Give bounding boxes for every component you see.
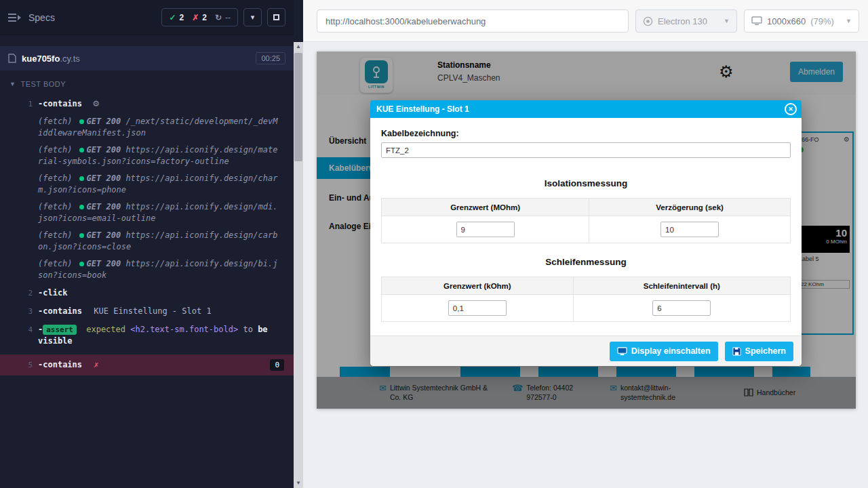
command-number: 3 [19, 306, 33, 317]
command-click[interactable]: 2 -click [0, 284, 294, 302]
fetch-url: https://api.iconify.design/bi.json?icons… [38, 259, 277, 280]
fetch-log-row[interactable]: (fetch)GET 200 https://api.iconify.desig… [0, 199, 294, 227]
success-dot-icon [79, 148, 84, 152]
loop-col-interval: Schleifenintervall (h) [573, 277, 790, 295]
fetch-status: GET 200 [87, 259, 121, 268]
fetch-status: GET 200 [87, 230, 121, 240]
fail-x-icon: ✗ [94, 360, 98, 369]
loop-table: Grenzwert (kOhm) Schleifenintervall (h) [381, 277, 791, 322]
fetch-log-row[interactable]: (fetch)GET 200 /_next/static/development… [0, 113, 294, 142]
browser-select[interactable]: Electron 130 ▼ [635, 9, 737, 33]
fetch-label: (fetch) [38, 117, 73, 126]
test-body-section[interactable]: ▼ TEST BODY [0, 76, 294, 92]
spec-name: kue705fo.cy.ts [22, 54, 80, 64]
isolation-heading: Isolationsmessung [381, 178, 791, 188]
fetch-log-row[interactable]: (fetch)GET 200 https://api.iconify.desig… [0, 170, 294, 199]
loop-limit-input[interactable] [448, 300, 507, 316]
success-dot-icon [79, 176, 84, 181]
caret-down-icon: ▼ [9, 81, 16, 87]
command-log: 1 -contains ⚙ (fetch)GET 200 /_next/stat… [0, 95, 294, 488]
modal-header: KUE Einstellung - Slot 1 ✕ [370, 100, 802, 118]
reporter-header: Specs ✓2 ✗2 ↻-- ▾ [0, 0, 294, 35]
fetch-log-row[interactable]: (fetch)GET 200 https://api.iconify.desig… [0, 256, 294, 284]
command-name: -click [38, 288, 67, 298]
command-contains-1[interactable]: 1 -contains ⚙ [0, 95, 294, 113]
display-on-label: Display einschalten [631, 346, 711, 356]
table-cell [589, 216, 791, 243]
command-number: 1 [19, 98, 33, 110]
success-dot-icon [79, 119, 84, 124]
modal-footer: Display einschalten Speichern [370, 336, 802, 366]
cable-designation-label: Kabelbezeichnung: [381, 129, 791, 138]
success-dot-icon [79, 205, 84, 209]
command-contains-failed[interactable]: 5 -contains ✗ 0 [0, 354, 294, 375]
stop-button[interactable] [267, 8, 285, 26]
display-on-button[interactable]: Display einschalten [610, 342, 718, 361]
command-argument: KUE Einstellung - Slot 1 [94, 306, 211, 316]
close-icon[interactable]: ✕ [785, 103, 797, 115]
loop-interval-input[interactable] [652, 300, 711, 316]
fetch-label: (fetch) [38, 174, 73, 183]
scrollbar-thumb[interactable] [294, 53, 302, 161]
reporter-scrollbar[interactable]: ▲ ▼ [294, 42, 303, 488]
viewport-size: 1000x660 [767, 16, 806, 26]
assert-expected: expected [86, 325, 125, 334]
spec-file-row[interactable]: kue705fo.cy.ts 00:25 [0, 46, 294, 70]
command-number: 2 [19, 287, 33, 299]
assert-to: to [243, 325, 252, 334]
assert-badge: assert [43, 325, 77, 335]
stat-passed: ✓2 [169, 13, 184, 22]
stat-failed: ✗2 [192, 13, 207, 22]
spec-timer: 00:25 [256, 52, 285, 64]
command-name: -contains [38, 99, 82, 108]
loop-heading: Schleifenmessung [381, 257, 791, 267]
aut-stage: LITTWIN Stationsname CPLV4_Maschen ⚙ Abm… [303, 42, 868, 488]
modal-body: Kabelbezeichnung: Isolationsmessung Gren… [370, 118, 802, 322]
isolation-col-delay: Verzögerung (sek) [589, 199, 791, 216]
success-dot-icon [79, 233, 84, 238]
display-icon [617, 347, 627, 356]
command-contains-2[interactable]: 3 -contains KUE Einstellung - Slot 1 [0, 302, 294, 321]
command-number: 5 [19, 359, 33, 371]
cable-designation-input[interactable] [381, 142, 791, 158]
chevron-down-icon: ▼ [846, 18, 852, 24]
browser-icon [643, 16, 653, 26]
fetch-url: https://api.iconify.design/mdi.json?icon… [38, 202, 277, 223]
fetch-label: (fetch) [38, 259, 73, 268]
url-input[interactable] [317, 9, 629, 33]
loop-col-limit: Grenzwert (kOhm) [382, 277, 574, 295]
isolation-delay-input[interactable] [660, 222, 719, 237]
fetch-status: GET 200 [87, 174, 121, 183]
scroll-down-arrow[interactable]: ▼ [294, 479, 303, 488]
fetch-label: (fetch) [38, 202, 73, 211]
command-number: 4 [19, 324, 33, 336]
spec-file-icon [8, 54, 16, 63]
specs-menu-icon[interactable] [8, 13, 22, 22]
save-button[interactable]: Speichern [725, 342, 793, 361]
viewport-select[interactable]: 1000x660 (79%) ▼ [744, 9, 859, 33]
fetch-log-row[interactable]: (fetch)GET 200 https://api.iconify.desig… [0, 227, 294, 256]
stat-pending: ↻-- [215, 13, 231, 22]
specs-label[interactable]: Specs [28, 12, 55, 23]
isolation-limit-input[interactable] [456, 222, 515, 237]
isolation-col-limit: Grenzwert (MOhm) [382, 199, 589, 216]
table-cell [382, 216, 589, 243]
fetch-log-row[interactable]: (fetch)GET 200 https://api.iconify.desig… [0, 142, 294, 170]
command-name: -contains [38, 360, 82, 369]
fetch-status: GET 200 [87, 202, 121, 211]
check-icon: ✓ [169, 13, 176, 22]
scroll-up-arrow[interactable]: ▲ [294, 42, 303, 52]
app-under-test: LITTWIN Stationsname CPLV4_Maschen ⚙ Abm… [317, 52, 856, 409]
browser-toolbar: Electron 130 ▼ 1000x660 (79%) ▼ [303, 0, 868, 42]
test-stats[interactable]: ✓2 ✗2 ↻-- [161, 8, 238, 26]
modal-title: KUE Einstellung - Slot 1 [370, 100, 802, 118]
test-body-label: TEST BODY [20, 80, 66, 88]
command-assert[interactable]: 4 -assert expected <h2.text-sm.font-bold… [0, 321, 294, 350]
fetch-label: (fetch) [38, 145, 73, 155]
retry-count-badge: 0 [270, 359, 284, 371]
spec-ext: .cy.ts [60, 54, 79, 64]
collapse-button[interactable]: ▾ [243, 8, 262, 26]
fetch-url: https://api.iconify.design/carbon.json?i… [38, 230, 277, 251]
floppy-icon [732, 347, 741, 356]
isolation-table: Grenzwert (MOhm) Verzögerung (sek) [381, 198, 791, 243]
